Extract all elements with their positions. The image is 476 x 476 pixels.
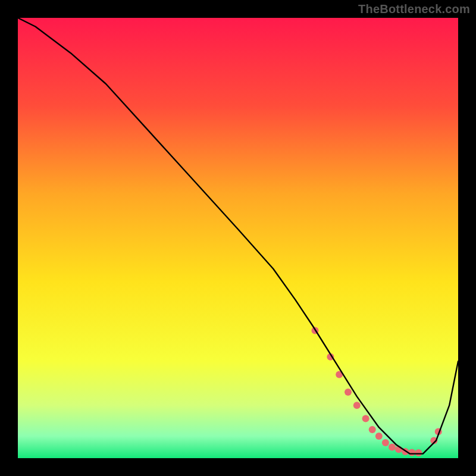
gradient-background [18, 18, 458, 458]
highlight-dot [415, 449, 422, 456]
gradient-plot [18, 18, 458, 458]
highlight-dot [375, 433, 383, 440]
watermark-text: TheBottleneck.com [358, 2, 470, 16]
chart-frame: TheBottleneck.com [0, 0, 476, 476]
highlight-dot [369, 426, 376, 433]
highlight-dot [408, 449, 415, 456]
chart-svg [18, 18, 458, 458]
highlight-dot [362, 415, 369, 422]
highlight-dot [382, 439, 389, 446]
highlight-dot [389, 444, 396, 451]
highlight-dot [353, 402, 361, 409]
highlight-dot [345, 389, 352, 396]
